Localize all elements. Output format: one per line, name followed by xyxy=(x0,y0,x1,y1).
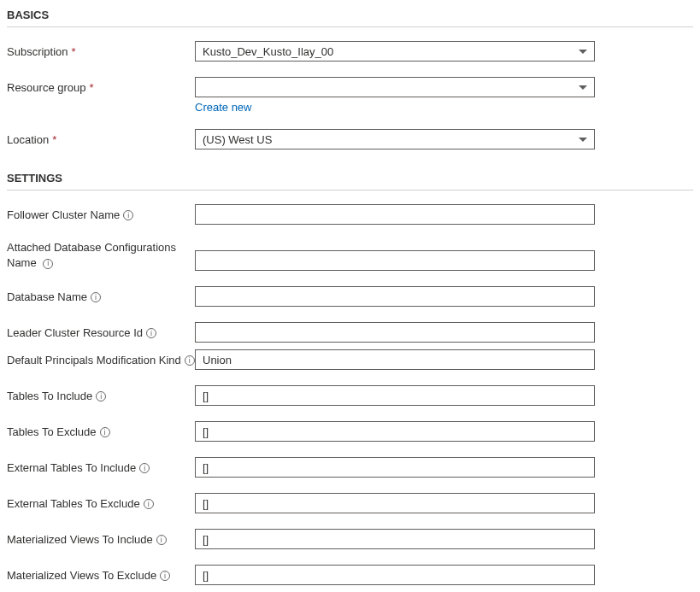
location-label-text: Location xyxy=(7,132,49,148)
external-tables-to-exclude-label: External Tables To Exclude i xyxy=(7,493,195,512)
basics-section: BASICS Subscription * Kusto_Dev_Kusto_Il… xyxy=(7,9,693,149)
external-tables-to-exclude-row: External Tables To Exclude i xyxy=(7,493,693,513)
external-tables-to-include-row: External Tables To Include i xyxy=(7,457,693,478)
default-principals-label: Default Principals Modification Kind i xyxy=(7,349,195,368)
settings-heading: SETTINGS xyxy=(7,172,693,190)
required-asterisk: * xyxy=(52,132,56,148)
database-name-label: Database Name i xyxy=(7,286,195,305)
database-name-input[interactable] xyxy=(195,286,595,307)
materialized-views-to-include-input[interactable] xyxy=(195,529,595,549)
subscription-row: Subscription * Kusto_Dev_Kusto_Ilay_00 xyxy=(7,41,693,62)
leader-cluster-resource-id-input[interactable] xyxy=(195,322,595,343)
attached-db-config-name-label-text: Attached Database Configurations Name xyxy=(7,241,176,269)
basics-heading: BASICS xyxy=(7,9,693,27)
attached-db-config-name-row: Attached Database Configurations Name i xyxy=(7,240,693,271)
database-name-label-text: Database Name xyxy=(7,290,87,305)
attached-db-config-name-input[interactable] xyxy=(195,250,595,271)
info-icon[interactable]: i xyxy=(144,499,154,509)
database-name-row: Database Name i xyxy=(7,286,693,307)
subscription-value: Kusto_Dev_Kusto_Ilay_00 xyxy=(203,45,333,58)
subscription-label-text: Subscription xyxy=(7,44,68,60)
info-icon[interactable]: i xyxy=(139,463,150,473)
resource-group-dropdown[interactable] xyxy=(195,77,595,97)
location-label: Location * xyxy=(7,129,195,148)
tables-to-exclude-input[interactable] xyxy=(195,421,595,442)
materialized-views-to-exclude-row: Materialized Views To Exclude i xyxy=(7,565,693,585)
info-icon[interactable]: i xyxy=(91,292,101,302)
follower-cluster-name-row: Follower Cluster Name i xyxy=(7,204,693,225)
info-icon[interactable]: i xyxy=(96,391,106,402)
info-icon[interactable]: i xyxy=(123,210,133,220)
external-tables-to-include-label: External Tables To Include i xyxy=(7,457,195,476)
resource-group-label: Resource group * xyxy=(7,77,195,96)
leader-cluster-resource-id-label: Leader Cluster Resource Id i xyxy=(7,322,195,341)
materialized-views-to-include-label: Materialized Views To Include i xyxy=(7,529,195,548)
subscription-label: Subscription * xyxy=(7,41,195,60)
materialized-views-to-include-label-text: Materialized Views To Include xyxy=(7,532,153,548)
info-icon[interactable]: i xyxy=(156,535,167,545)
tables-to-include-input[interactable] xyxy=(195,385,595,406)
materialized-views-to-exclude-label-text: Materialized Views To Exclude xyxy=(7,568,156,583)
leader-cluster-resource-id-label-text: Leader Cluster Resource Id xyxy=(7,325,143,341)
external-tables-to-include-input[interactable] xyxy=(195,457,595,478)
info-icon[interactable]: i xyxy=(160,571,170,581)
resource-group-label-text: Resource group xyxy=(7,80,86,96)
follower-cluster-name-input[interactable] xyxy=(195,204,595,225)
settings-section: SETTINGS Follower Cluster Name i Attache… xyxy=(7,172,693,592)
info-icon[interactable]: i xyxy=(146,328,156,338)
chevron-down-icon xyxy=(579,138,587,142)
location-row: Location * (US) West US xyxy=(7,129,693,149)
external-tables-to-include-label-text: External Tables To Include xyxy=(7,460,136,476)
create-new-link[interactable]: Create new xyxy=(195,101,251,114)
external-tables-to-exclude-input[interactable] xyxy=(195,493,595,513)
location-dropdown[interactable]: (US) West US xyxy=(195,129,595,149)
attached-db-config-name-label: Attached Database Configurations Name i xyxy=(7,240,195,271)
follower-cluster-name-label-text: Follower Cluster Name xyxy=(7,208,120,223)
chevron-down-icon xyxy=(579,50,587,54)
required-asterisk: * xyxy=(72,44,76,60)
materialized-views-to-exclude-label: Materialized Views To Exclude i xyxy=(7,565,195,583)
tables-to-exclude-label-text: Tables To Exclude xyxy=(7,425,97,440)
tables-to-include-label: Tables To Include i xyxy=(7,385,195,404)
subscription-dropdown[interactable]: Kusto_Dev_Kusto_Ilay_00 xyxy=(195,41,595,62)
info-icon[interactable]: i xyxy=(43,259,53,269)
materialized-views-to-include-row: Materialized Views To Include i xyxy=(7,529,693,549)
external-tables-to-exclude-label-text: External Tables To Exclude xyxy=(7,496,140,512)
default-principals-label-text: Default Principals Modification Kind xyxy=(7,353,181,368)
tables-to-include-row: Tables To Include i xyxy=(7,385,693,406)
default-principals-modification-kind-row: Default Principals Modification Kind i xyxy=(7,349,693,370)
leader-cluster-resource-id-row: Leader Cluster Resource Id i xyxy=(7,322,693,343)
resource-group-row: Resource group * Create new xyxy=(7,77,693,114)
tables-to-exclude-label: Tables To Exclude i xyxy=(7,421,195,440)
location-value: (US) West US xyxy=(203,133,272,146)
chevron-down-icon xyxy=(579,85,587,90)
follower-cluster-name-label: Follower Cluster Name i xyxy=(7,204,195,223)
default-principals-input[interactable] xyxy=(195,349,595,370)
materialized-views-to-exclude-input[interactable] xyxy=(195,565,595,585)
tables-to-include-label-text: Tables To Include xyxy=(7,389,92,404)
info-icon[interactable]: i xyxy=(185,355,195,366)
required-asterisk: * xyxy=(90,80,94,96)
info-icon[interactable]: i xyxy=(100,427,110,437)
tables-to-exclude-row: Tables To Exclude i xyxy=(7,421,693,442)
